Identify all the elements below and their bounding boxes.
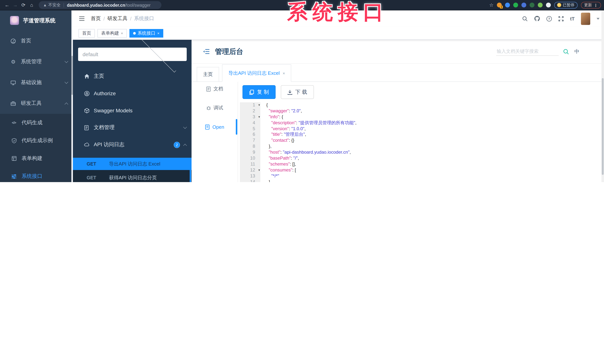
app-sidebar: 芋道管理系统 首页⚙系统管理基础设施研发工具</>代码生成代码生成示例表单构建系… (0, 10, 73, 182)
back-icon[interactable]: ← (3, 2, 11, 8)
browser-menu-icon[interactable]: ⋮ (594, 3, 598, 7)
view-tab-2[interactable]: 系统接口× (129, 29, 163, 38)
swagger-nav-3[interactable]: 文档管理 (73, 119, 191, 136)
fold-arrow-icon[interactable]: ▾ (258, 114, 260, 120)
doc-tab-0[interactable]: 主页 (197, 67, 219, 82)
sidebar-subitem-label: 代码生成 (22, 119, 68, 126)
close-icon[interactable]: × (157, 31, 160, 35)
active-tab-dot (133, 32, 136, 34)
sidebar-subitem-2[interactable]: 表单构建 (0, 150, 73, 167)
app-sidebar-scrollbar[interactable] (71, 10, 73, 182)
gutter-line: 4 (240, 120, 260, 126)
fold-arrow-icon[interactable]: ▾ (258, 102, 260, 108)
page-scrollbar[interactable] (601, 10, 604, 182)
sidebar-subitem-1[interactable]: 代码生成示例 (0, 132, 73, 150)
paused-extension-pill[interactable]: 已暂停 (554, 2, 578, 8)
swagger-sidebar: default 主页AuthorizeSwagger Models文档管理API… (73, 40, 191, 182)
line-number: 11 (251, 162, 255, 167)
breadcrumb: 首页/研发工具/系统接口 (91, 15, 154, 22)
swagger-nav-1[interactable]: Authorize (73, 85, 191, 102)
operation-row-0[interactable]: GET导出API 访问日志 Excel (73, 158, 191, 170)
doc-nav-label: 调试 (214, 104, 223, 111)
code-line: ], (266, 179, 604, 182)
view-tab-label: 表单构建 (101, 30, 119, 36)
operation-row-1[interactable]: GET获得API 访问日志分页 (73, 170, 191, 182)
extension-icon-4[interactable] (521, 3, 526, 7)
editor-code[interactable]: { "swagger": "2.0", "info": { "descripti… (260, 102, 604, 182)
breadcrumb-item[interactable]: 首页 (91, 15, 101, 22)
search-icon[interactable] (522, 16, 528, 21)
github-icon[interactable] (534, 16, 540, 22)
swagger-nav-4[interactable]: API 访问日志2 (73, 136, 191, 153)
doc-header: 管理后台 中 (191, 40, 604, 64)
gutter-line: 3▾ (240, 114, 260, 120)
gutter-line: 13 (240, 173, 260, 179)
extension-icon-7[interactable] (546, 3, 551, 7)
forward-icon[interactable]: → (11, 2, 19, 8)
url-path: /tool/swagger (125, 3, 151, 7)
breadcrumb-item: 系统接口 (134, 15, 154, 22)
doc-tab-label: 导出API 访问日志 Excel (228, 70, 280, 76)
sidebar-item-0[interactable]: 首页 (0, 30, 73, 51)
view-tab-1[interactable]: 表单构建× (98, 29, 127, 38)
fullscreen-icon[interactable] (558, 16, 564, 21)
screenshot-root: ← → ⟳ ⌂ ▲ 不安全 dashboard.yudao.iocoder.cn… (0, 0, 604, 182)
doc-nav-调试[interactable]: 调试 (191, 103, 238, 113)
doc-nav-open[interactable]: Open (191, 122, 238, 132)
address-bar[interactable]: ▲ 不安全 dashboard.yudao.iocoder.cn /tool/s… (39, 1, 161, 9)
view-tab-0[interactable]: 首页 (78, 29, 95, 38)
extension-icon-1[interactable]: 1 (497, 3, 502, 7)
swagger-sidebar-scrollbar[interactable] (190, 160, 191, 182)
http-method-label: GET (87, 175, 99, 180)
doc-search-input[interactable] (496, 47, 558, 56)
doc-nav-文档[interactable]: 文档 (191, 84, 238, 94)
doc-menu-icon[interactable] (203, 49, 210, 54)
swagger-group-select[interactable]: default (78, 48, 187, 61)
gutter-line: 12▾ (240, 167, 260, 173)
copy-button[interactable]: 复 制 (242, 85, 276, 99)
refresh-icon[interactable]: ⟳ (19, 2, 27, 8)
breadcrumb-item[interactable]: 研发工具 (107, 15, 127, 22)
home-icon (84, 74, 90, 79)
emoji-face-icon (557, 3, 561, 7)
extension-icon-5[interactable] (530, 3, 534, 7)
user-avatar[interactable] (581, 13, 590, 25)
gutter-line: 2 (240, 108, 260, 114)
sidebar-subitem-3[interactable]: 系统接口 (0, 167, 73, 182)
app-logo-row[interactable]: 芋道管理系统 (0, 10, 73, 30)
paused-label: 已暂停 (563, 2, 574, 8)
close-icon[interactable]: × (121, 31, 123, 35)
user-menu-caret-icon[interactable] (597, 18, 600, 20)
close-icon[interactable]: × (283, 71, 285, 75)
extension-icon-2[interactable] (505, 3, 510, 7)
doc-tab-1[interactable]: 导出API 访问日志 Excel× (222, 64, 291, 82)
swagger-nav-2[interactable]: Swagger Models (73, 102, 191, 119)
extension-icon-3[interactable] (513, 3, 518, 7)
doc-icon (84, 125, 90, 130)
browser-update-button[interactable]: 更新 ⋮ (581, 2, 601, 8)
sidebar-item-label: 研发工具 (21, 100, 65, 107)
fold-arrow-icon[interactable]: ▾ (258, 167, 260, 173)
code-line: "contact": {} (266, 138, 604, 144)
doc-search-icon[interactable] (563, 49, 569, 54)
hamburger-icon[interactable] (79, 16, 85, 21)
font-size-icon[interactable]: tT (570, 16, 575, 21)
sidebar-item-3[interactable]: 研发工具 (0, 93, 73, 114)
download-button[interactable]: 下 载 (281, 85, 314, 99)
code-editor[interactable]: 1▾23▾456789101112▾131415▾161718▾19▾20▾21… (240, 102, 604, 182)
sidebar-item-2[interactable]: 基础设施 (0, 72, 73, 93)
sidebar-subitem-0[interactable]: </>代码生成 (0, 114, 73, 132)
help-icon[interactable]: ? (546, 16, 552, 21)
chevron-down-icon (64, 59, 68, 63)
sidebar-item-label: 基础设施 (21, 79, 65, 86)
copy-icon (249, 89, 254, 95)
svg-text:?: ? (548, 17, 550, 20)
language-switch-icon[interactable]: 中 (574, 48, 579, 55)
browser-home-icon[interactable]: ⌂ (27, 2, 36, 8)
sidebar-item-1[interactable]: ⚙系统管理 (0, 51, 73, 72)
code-line: "swagger": "2.0", (266, 108, 604, 114)
extension-icon-6[interactable] (538, 3, 543, 7)
chevron-up-icon (183, 144, 187, 147)
bookmark-star-icon[interactable]: ☆ (489, 2, 493, 8)
operation-label: 导出API 访问日志 Excel (109, 161, 160, 167)
